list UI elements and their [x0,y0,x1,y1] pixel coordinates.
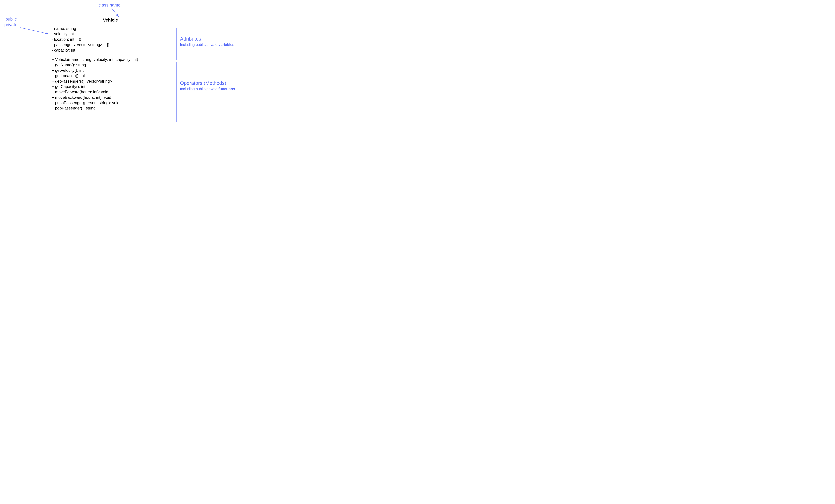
arrow-visibility [0,0,260,126]
svg-line-1 [20,27,48,34]
